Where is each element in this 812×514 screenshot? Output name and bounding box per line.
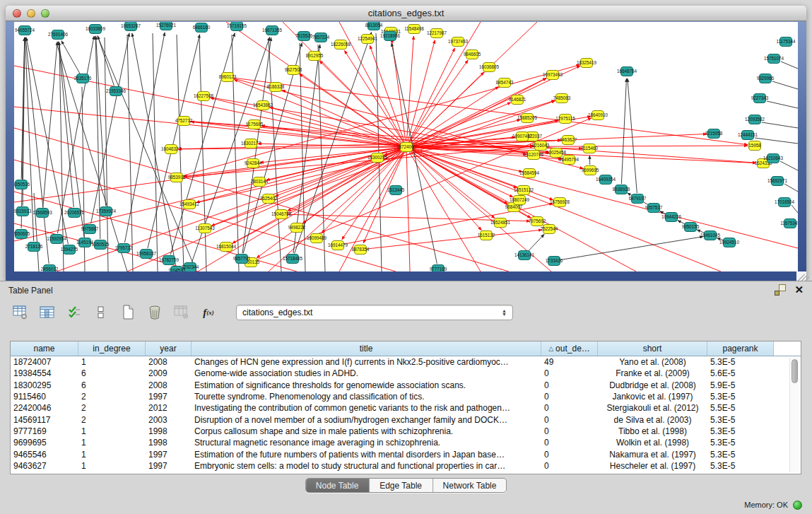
- graph-node[interactable]: 6466160: [193, 23, 211, 33]
- graph-node[interactable]: 9146821: [509, 95, 526, 105]
- new-column-icon[interactable]: [119, 304, 137, 321]
- graph-node[interactable]: 2803144: [251, 177, 269, 187]
- graph-node[interactable]: 27691406: [48, 30, 69, 40]
- graph-node[interactable]: 9950155: [682, 223, 700, 232]
- graph-node[interactable]: 16120746: [524, 151, 544, 160]
- select-all-columns-icon[interactable]: [65, 304, 83, 321]
- graph-node[interactable]: 9699695: [582, 166, 599, 175]
- graph-node[interactable]: 19218986: [380, 32, 401, 41]
- graph-node[interactable]: 15584594: [519, 169, 540, 178]
- graph-node[interactable]: 14136141: [514, 251, 535, 260]
- graph-node[interactable]: 15885205: [517, 114, 538, 123]
- function-builder-icon[interactable]: f(x): [199, 304, 218, 321]
- graph-node[interactable]: 10924510: [719, 238, 740, 247]
- table-row[interactable]: 2242004622012Investigating the contribut…: [11, 402, 801, 414]
- graph-node[interactable]: 7857224: [312, 33, 330, 42]
- graph-node[interactable]: 9115460: [581, 144, 599, 153]
- table-row[interactable]: 946362711997Embryonic stem cells: a mode…: [11, 460, 801, 472]
- graph-node[interactable]: 7515526: [295, 32, 313, 41]
- graph-node[interactable]: 16461045: [700, 231, 721, 240]
- graph-node[interactable]: 15718485: [283, 255, 303, 264]
- graph-node[interactable]: 11307543: [195, 224, 215, 233]
- graph-node[interactable]: 2718126: [25, 243, 43, 252]
- graph-node[interactable]: 11675345: [780, 219, 798, 228]
- graph-node[interactable]: 11592954: [47, 235, 66, 244]
- graph-node[interactable]: 9853912: [168, 173, 186, 182]
- delete-column-icon[interactable]: [146, 304, 164, 321]
- graph-node[interactable]: 4350516: [14, 180, 30, 189]
- graph-node[interactable]: 9975887: [81, 225, 99, 234]
- graph-node[interactable]: 9315913: [14, 207, 32, 216]
- graph-node[interactable]: 16756928: [550, 198, 570, 207]
- graph-node[interactable]: 10944226: [661, 213, 682, 222]
- graph-node[interactable]: 18226058: [331, 40, 351, 49]
- graph-node[interactable]: 12093582: [745, 115, 765, 124]
- graph-node[interactable]: 15493412: [180, 200, 200, 209]
- table-row[interactable]: 1830029562008Estimation of significance …: [11, 380, 801, 391]
- table-row[interactable]: 977716911998Corpus callosum shape and si…: [11, 426, 801, 437]
- graph-node[interactable]: 1795722: [115, 244, 133, 253]
- graph-node[interactable]: 16033809: [86, 25, 106, 34]
- graph-node[interactable]: 12444151: [738, 131, 758, 140]
- graph-node[interactable]: 6479197: [629, 194, 647, 204]
- graph-node[interactable]: 9498222: [288, 223, 306, 233]
- graph-node[interactable]: 18099489: [307, 234, 327, 243]
- graph-node[interactable]: 1615132: [478, 231, 495, 240]
- graph-node[interactable]: 9227343: [751, 94, 769, 103]
- graph-node[interactable]: 2522544: [541, 225, 558, 234]
- graph-node[interactable]: 16671355: [262, 26, 283, 35]
- graph-node[interactable]: 9777169: [430, 265, 447, 272]
- graph-node[interactable]: 21953346: [106, 87, 126, 96]
- graph-node[interactable]: 19737493: [448, 37, 469, 47]
- graph-node[interactable]: 11548498: [404, 25, 424, 34]
- graph-node[interactable]: 15276021: [156, 22, 177, 30]
- graph-node[interactable]: 9329966: [757, 74, 775, 83]
- column-header-in_degree[interactable]: in_degree: [78, 341, 146, 356]
- column-header-short[interactable]: short: [598, 341, 707, 356]
- graph-node[interactable]: 10958187: [136, 250, 157, 259]
- tab-edge-table[interactable]: Edge Table: [370, 479, 433, 492]
- float-window-icon[interactable]: [775, 284, 786, 296]
- graph-node[interactable]: 8216043: [532, 141, 550, 151]
- graph-node[interactable]: 9463627: [560, 136, 577, 145]
- graph-node[interactable]: 16648784: [617, 67, 637, 76]
- graph-node[interactable]: 4752712: [175, 117, 193, 126]
- graph-node[interactable]: 10653287: [121, 22, 141, 31]
- vertical-scrollbar[interactable]: [789, 358, 799, 472]
- network-canvas[interactable]: 1872400718226058891295598275088186328165…: [14, 22, 798, 271]
- graph-node[interactable]: 15958: [748, 141, 761, 151]
- graph-node[interactable]: 18302177: [241, 139, 261, 148]
- graph-node[interactable]: 7485083: [553, 94, 571, 103]
- graph-node[interactable]: 1513445: [387, 186, 405, 195]
- table-row[interactable]: 1456911722003Disruption of a novel membe…: [11, 414, 801, 425]
- minimize-window-icon[interactable]: [27, 9, 35, 18]
- graph-node[interactable]: 16524851: [490, 218, 511, 228]
- graph-node[interactable]: 16543862: [253, 101, 273, 110]
- column-header-pagerank[interactable]: pagerank: [707, 341, 774, 356]
- table-row[interactable]: 946554611997Estimation of the future num…: [11, 448, 801, 460]
- graph-node[interactable]: 16914479: [328, 241, 348, 250]
- graph-node[interactable]: 11175344: [776, 37, 796, 47]
- tab-network-table[interactable]: Network Table: [433, 479, 507, 492]
- graph-node[interactable]: 16782759: [159, 256, 180, 265]
- graph-node[interactable]: 8215958: [705, 129, 723, 139]
- graph-node[interactable]: 16227508: [194, 92, 214, 101]
- column-header-name[interactable]: name: [11, 341, 78, 356]
- graph-node[interactable]: 12217987: [427, 29, 447, 38]
- column-header-title[interactable]: title: [192, 341, 541, 356]
- graph-node[interactable]: 1733426: [546, 257, 563, 266]
- tab-node-table[interactable]: Node Table: [306, 479, 370, 492]
- graph-node[interactable]: 17359924: [96, 207, 117, 216]
- table-row[interactable]: 969969511998Structural magnetic resonanc…: [11, 437, 801, 448]
- graph-node[interactable]: 12254941: [358, 35, 378, 44]
- window-titlebar[interactable]: citations_edges.txt: [6, 6, 806, 21]
- table-selector-dropdown[interactable]: citations_edges.txt ▲▼: [236, 305, 513, 320]
- graph-node[interactable]: 8912955: [306, 52, 324, 61]
- graph-node[interactable]: 1394275: [61, 245, 78, 255]
- table-row[interactable]: 1872400712008Changes of HCN gene express…: [11, 356, 801, 368]
- graph-node[interactable]: 10719155: [227, 22, 247, 31]
- unselect-all-columns-icon[interactable]: [92, 304, 110, 321]
- column-header-year[interactable]: year: [146, 341, 192, 356]
- graph-node[interactable]: 8960123: [219, 73, 237, 82]
- close-window-icon[interactable]: [13, 9, 21, 18]
